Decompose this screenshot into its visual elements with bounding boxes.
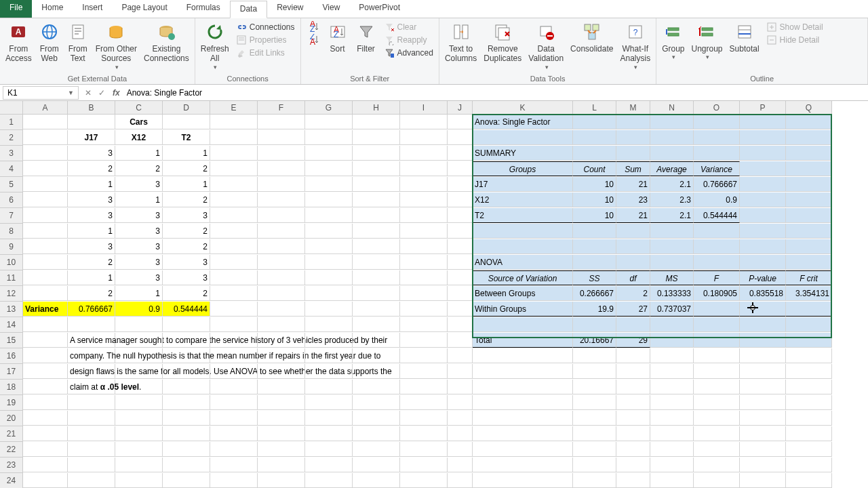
cell-D22[interactable]	[163, 442, 210, 457]
tab-data[interactable]: Data	[230, 1, 267, 18]
cell-N11[interactable]: MS	[650, 270, 694, 285]
cell-K13[interactable]: Within Groups	[473, 302, 573, 317]
cell-I10[interactable]	[400, 255, 448, 270]
column-header[interactable]: B	[68, 101, 115, 115]
cell-B10[interactable]: 2	[68, 255, 115, 270]
cell-D17[interactable]	[163, 364, 210, 379]
cell-O24[interactable]	[694, 473, 740, 488]
cell-B9[interactable]: 3	[68, 239, 115, 254]
cell-O11[interactable]: F	[694, 270, 740, 285]
cell-H9[interactable]	[353, 239, 400, 254]
cell-B11[interactable]: 1	[68, 270, 115, 285]
from-access-button[interactable]: AFrom Access	[3, 20, 35, 65]
cell-Q3[interactable]	[786, 146, 832, 161]
cell-L13[interactable]: 19.9	[573, 302, 616, 317]
cell-D11[interactable]: 3	[163, 270, 210, 285]
cell-M13[interactable]: 27	[616, 302, 650, 317]
column-header[interactable]: F	[258, 101, 305, 115]
cell-O3[interactable]	[694, 146, 740, 161]
cell-I23[interactable]	[400, 458, 448, 472]
cell-L10[interactable]	[573, 255, 616, 270]
cell-G24[interactable]	[305, 473, 353, 488]
cell-L5[interactable]: 10	[573, 177, 616, 192]
cell-P12[interactable]: 0.835518	[740, 286, 786, 301]
cell-I11[interactable]	[400, 270, 448, 285]
cell-I19[interactable]	[400, 395, 448, 410]
cell-I17[interactable]	[400, 364, 448, 379]
column-header[interactable]: J	[448, 101, 473, 115]
cell-K10[interactable]: ANOVA	[473, 255, 573, 270]
cell-O13[interactable]	[694, 302, 740, 317]
cell-C5[interactable]: 3	[115, 177, 163, 192]
cell-C21[interactable]	[115, 426, 163, 441]
column-header[interactable]: H	[353, 101, 400, 115]
cell-L3[interactable]	[573, 146, 616, 161]
cell-P21[interactable]	[740, 426, 786, 441]
cell-E12[interactable]	[210, 286, 258, 301]
cell-L16[interactable]	[573, 348, 616, 363]
cell-K3[interactable]: SUMMARY	[473, 146, 573, 161]
column-header[interactable]: N	[650, 101, 694, 115]
cell-P8[interactable]	[740, 224, 786, 239]
cell-B3[interactable]: 3	[68, 146, 115, 161]
row-header[interactable]: 19	[0, 395, 23, 411]
cell-G7[interactable]	[305, 208, 353, 223]
cell-C2[interactable]: X12	[115, 130, 163, 145]
cell-N1[interactable]	[650, 115, 694, 129]
cell-B23[interactable]	[68, 458, 115, 472]
name-box[interactable]: K1▼	[3, 86, 79, 100]
cell-A10[interactable]	[23, 255, 68, 270]
row-header[interactable]: 2	[0, 130, 23, 146]
cell-F5[interactable]	[258, 177, 305, 192]
cell-M9[interactable]	[616, 239, 650, 254]
cell-L22[interactable]	[573, 442, 616, 457]
cell-O2[interactable]	[694, 130, 740, 145]
reapply-button[interactable]: Reapply	[381, 34, 436, 46]
cell-J14[interactable]	[448, 317, 473, 332]
cell-G21[interactable]	[305, 426, 353, 441]
cell-B24[interactable]	[68, 473, 115, 488]
cell-M12[interactable]: 2	[616, 286, 650, 301]
cell-H1[interactable]	[353, 115, 400, 129]
cell-O23[interactable]	[694, 458, 740, 472]
cell-K18[interactable]	[473, 380, 573, 394]
cell-Q8[interactable]	[786, 224, 832, 239]
cell-I18[interactable]	[400, 380, 448, 394]
column-header[interactable]: E	[210, 101, 258, 115]
cell-I5[interactable]	[400, 177, 448, 192]
cell-N12[interactable]: 0.133333	[650, 286, 694, 301]
cell-B8[interactable]: 1	[68, 224, 115, 239]
cell-N21[interactable]	[650, 426, 694, 441]
clear-button[interactable]: Clear	[381, 21, 436, 33]
cell-M10[interactable]	[616, 255, 650, 270]
cell-J20[interactable]	[448, 411, 473, 426]
text-to-columns-button[interactable]: Text to Columns	[442, 20, 479, 65]
cell-P22[interactable]	[740, 442, 786, 457]
row-header[interactable]: 16	[0, 348, 23, 364]
cell-K24[interactable]	[473, 473, 573, 488]
cell-F21[interactable]	[258, 426, 305, 441]
cell-K1[interactable]: Anova: Single Factor	[473, 115, 573, 129]
cell-B4[interactable]: 2	[68, 161, 115, 176]
cell-E13[interactable]	[210, 302, 258, 317]
cell-N23[interactable]	[650, 458, 694, 472]
cell-M3[interactable]	[616, 146, 650, 161]
cell-M14[interactable]	[616, 317, 650, 332]
cell-P5[interactable]	[740, 177, 786, 192]
column-header[interactable]: G	[305, 101, 353, 115]
cell-D7[interactable]: 3	[163, 208, 210, 223]
cell-I6[interactable]	[400, 192, 448, 207]
cell-J5[interactable]	[448, 177, 473, 192]
cell-F7[interactable]	[258, 208, 305, 223]
cell-G11[interactable]	[305, 270, 353, 285]
cell-A9[interactable]	[23, 239, 68, 254]
cell-C8[interactable]: 3	[115, 224, 163, 239]
cell-D23[interactable]	[163, 458, 210, 472]
cell-A21[interactable]	[23, 426, 68, 441]
cell-G16[interactable]	[305, 348, 353, 363]
cell-D16[interactable]	[163, 348, 210, 363]
cell-Q23[interactable]	[786, 458, 832, 472]
cell-J12[interactable]	[448, 286, 473, 301]
cell-F1[interactable]	[258, 115, 305, 129]
cell-G12[interactable]	[305, 286, 353, 301]
